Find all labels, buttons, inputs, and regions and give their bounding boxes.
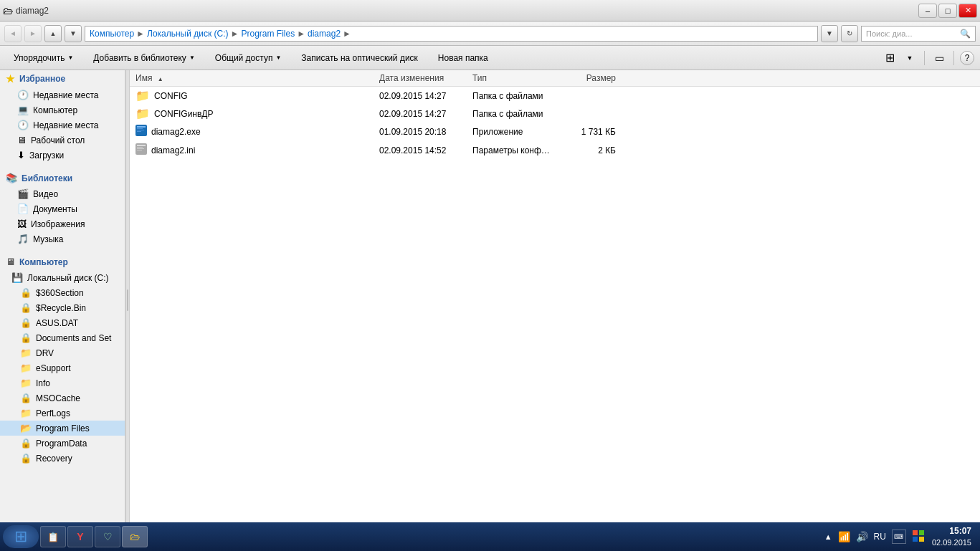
sidebar-docset-label: Documents and Set [36,333,111,343]
close-button[interactable]: ✕ [958,4,977,18]
back-button[interactable]: ◄ [4,25,22,42]
help-button[interactable]: ? [960,51,974,65]
file-row-diamag2exe[interactable]: diamag2.exe 01.09.2015 20:18 Приложение … [130,123,980,141]
libraries-label: Библиотеки [22,173,72,183]
sidebar-item-desktop[interactable]: 🖥 Рабочий стол [0,133,125,148]
sidebar-item-images[interactable]: 🖼 Изображения [0,216,125,231]
clock-date: 02.09.2015 [932,537,971,547]
nav-dropdown-button[interactable]: ▼ [821,25,838,42]
sidebar-item-asus[interactable]: 🔒 ASUS.DAT [0,315,125,330]
sidebar-item-local-disk[interactable]: 💾 Локальный диск (C:) [0,270,125,285]
search-icon[interactable]: 🔍 [960,29,971,39]
keyboard-layout-icon[interactable]: ⌨ [892,530,906,544]
favorites-header[interactable]: ★ Избранное [0,70,125,87]
path-disk[interactable]: Локальный диск (C:) [147,29,229,39]
sidebar-item-programdata[interactable]: 🔒 ProgramData [0,436,125,451]
title-bar-controls: – □ ✕ [918,4,977,18]
recent-locations-button[interactable]: ▼ [65,25,82,42]
col-header-type[interactable]: Тип [472,73,558,83]
sidebar-item-info[interactable]: 📁 Info [0,375,125,391]
file-size-diamag2exe: 1 731 КБ [558,127,630,137]
new-folder-button[interactable]: Новая папка [430,49,496,67]
file-list-area: Имя ▲ Дата изменения Тип Размер 📁 CONFIG [130,70,980,530]
taskbar-health[interactable]: ♡ [95,526,120,547]
col-header-date[interactable]: Дата изменения [379,73,472,83]
file-name-config: CONFIG [154,91,188,101]
refresh-button[interactable]: ↻ [841,25,858,42]
sidebar-item-recycle[interactable]: 🔒 $Recycle.Bin [0,300,125,315]
search-placeholder: Поиск: диа... [866,29,912,38]
svg-rect-13 [919,537,924,542]
folder-secure-icon-1: 🔒 [20,287,32,298]
svg-rect-3 [137,130,144,130]
sidebar-item-recent1[interactable]: 🕐 Недавние места [0,87,125,102]
taskbar-yandex[interactable]: Y [67,526,93,547]
preview-pane-button[interactable]: ▭ [931,49,948,67]
computer-section-header[interactable]: 🖥 Компьютер [0,254,125,270]
forward-button[interactable]: ► [24,25,42,42]
path-programfiles[interactable]: Program Files [241,29,295,39]
path-diamag2[interactable]: diamag2 [308,29,341,39]
file-date-diamag2exe: 01.09.2015 20:18 [379,127,472,137]
sidebar-item-docset[interactable]: 🔒 Documents and Set [0,330,125,345]
sidebar-item-video[interactable]: 🎬 Видео [0,186,125,201]
sidebar-item-perflogs[interactable]: 📁 PerfLogs [0,406,125,421]
sidebar-item-computer[interactable]: 💻 Компьютер [0,102,125,118]
sidebar-documents-label: Документы [33,204,77,214]
share-button[interactable]: Общий доступ ▼ [207,49,290,67]
libraries-header[interactable]: 📚 Библиотеки [0,170,125,186]
volume-icon: 🔊 [856,531,868,542]
sidebar-esupport-label: eSupport [36,363,71,373]
sidebar-item-programfiles[interactable]: 📂 Program Files [0,421,125,436]
sidebar-computer-label: Компьютер [33,105,77,115]
burn-button[interactable]: Записать на оптический диск [293,49,426,67]
taskbar-explorer[interactable]: 🗁 [122,526,148,547]
organize-button[interactable]: Упорядочить ▼ [6,49,81,67]
taskbar-lang[interactable]: RU [874,532,886,542]
sidebar-images-label: Изображения [31,219,85,229]
search-box[interactable]: Поиск: диа... 🔍 [861,26,976,42]
svg-rect-2 [137,128,143,129]
sidebar-item-documents[interactable]: 📄 Документы [0,201,125,216]
computer-icon: 💻 [17,105,29,115]
file-name-configinvdr: CONFIGинвДР [154,109,214,119]
minimize-button[interactable]: – [918,4,937,18]
file-size-diamag2ini: 2 КБ [558,145,630,155]
file-row-diamag2ini[interactable]: diamag2.ini 02.09.2015 14:52 Параметры к… [130,141,980,160]
up-button[interactable]: ▲ [44,25,62,42]
sidebar-item-msocache[interactable]: 🔒 MSOCache [0,391,125,406]
ini-icon [135,143,147,158]
svg-rect-11 [919,530,924,535]
file-row-config[interactable]: 📁 CONFIG 02.09.2015 14:27 Папка с файлам… [130,87,980,105]
start-button[interactable]: ⊞ [3,525,39,548]
file-type-diamag2ini: Параметры конф… [472,145,558,155]
sidebar-item-recent2[interactable]: 🕐 Недавние места [0,118,125,133]
address-path[interactable]: Компьютер ► Локальный диск (C:) ► Progra… [85,26,818,42]
folder-icon-info: 📁 [20,378,32,388]
sidebar-item-esupport[interactable]: 📁 eSupport [0,360,125,375]
sidebar-item-360section[interactable]: 🔒 $360Section [0,285,125,300]
share-label: Общий доступ [215,53,273,63]
folder-secure-icon-pdata: 🔒 [20,438,32,449]
taskbar-arrow-up[interactable]: ▲ [824,532,832,541]
taskbar-time[interactable]: 15:07 02.09.2015 [932,526,971,547]
svg-rect-8 [137,148,144,149]
sidebar-item-recovery[interactable]: 🔒 Recovery [0,451,125,466]
health-icon: ♡ [103,531,113,542]
sidebar-item-drv[interactable]: 📁 DRV [0,345,125,360]
view-dropdown-button[interactable]: ▼ [901,49,918,67]
sidebar-item-downloads[interactable]: ⬇ Загрузки [0,148,125,163]
windows-flag-icon[interactable] [912,530,926,544]
file-row-configinvdr[interactable]: 📁 CONFIGинвДР 02.09.2015 14:27 Папка с ф… [130,105,980,123]
add-to-library-button[interactable]: Добавить в библиотеку ▼ [85,49,202,67]
col-header-name[interactable]: Имя ▲ [135,73,379,83]
svg-rect-7 [137,147,143,148]
path-computer[interactable]: Компьютер [90,29,134,39]
col-header-size[interactable]: Размер [558,73,630,83]
view-options-button[interactable]: ⊞ [881,49,898,67]
maximize-button[interactable]: □ [938,4,957,18]
file-type-diamag2exe: Приложение [472,127,558,137]
taskbar-task-manager[interactable]: 📋 [40,526,66,547]
sidebar-recycle-label: $Recycle.Bin [36,303,86,313]
sidebar-item-music[interactable]: 🎵 Музыка [0,231,125,246]
